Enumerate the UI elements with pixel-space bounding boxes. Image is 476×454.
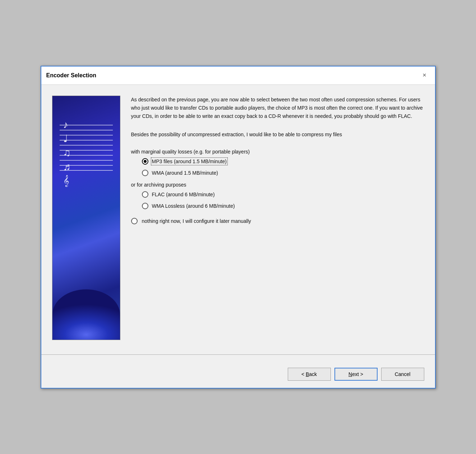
marginal-quality-radio-group: MP3 files (around 1.5 MB/minute) WMA (ar… <box>142 158 424 176</box>
flac-radio-item[interactable]: FLAC (around 6 MB/minute) <box>142 191 424 198</box>
back-underline-char: B <box>306 371 309 377</box>
window-title: Encoder Selection <box>46 72 97 79</box>
flac-radio-button[interactable] <box>142 191 148 198</box>
archiving-section: or for archiving purposes FLAC (around 6… <box>131 182 424 209</box>
footer-buttons: < Back Next > Cancel <box>41 362 435 388</box>
side-image: ♪♩♫♬𝄞 <box>52 96 120 340</box>
title-bar: Encoder Selection × <box>41 67 435 85</box>
wma-radio-button[interactable] <box>142 170 148 176</box>
next-button[interactable]: Next > <box>334 368 378 381</box>
wma-lossless-radio-label: WMA Lossless (around 6 MB/minute) <box>152 203 235 209</box>
next-underline-char: N <box>348 371 352 377</box>
close-button[interactable]: × <box>419 70 430 81</box>
marginal-quality-label: with marginal quality losses (e.g. for p… <box>131 149 424 155</box>
mp3-radio-item[interactable]: MP3 files (around 1.5 MB/minute) <box>142 158 424 165</box>
flac-radio-label: FLAC (around 6 MB/minute) <box>152 192 215 197</box>
marginal-quality-section: with marginal quality losses (e.g. for p… <box>131 149 424 176</box>
encoder-selection-window: Encoder Selection × ♪♩♫♬𝄞 A <box>41 66 436 389</box>
archiving-label: or for archiving purposes <box>131 182 424 188</box>
wma-lossless-radio-button[interactable] <box>142 203 148 209</box>
music-notes: ♪♩♫♬𝄞 <box>63 118 71 188</box>
mp3-radio-label: MP3 files (around 1.5 MB/minute) <box>152 159 227 164</box>
description-paragraph1: As described on the previous page, you a… <box>131 96 424 120</box>
cancel-button[interactable]: Cancel <box>381 368 424 381</box>
nothing-radio-item[interactable]: nothing right now, I will configure it l… <box>131 218 424 224</box>
content-area: ♪♩♫♬𝄞 As described on the previous page,… <box>41 85 435 347</box>
wma-radio-item[interactable]: WMA (around 1.5 MB/minute) <box>142 170 424 176</box>
description-paragraph2: Besides the possibility of uncompressed … <box>131 130 424 139</box>
nothing-radio-button[interactable] <box>131 218 138 224</box>
mp3-radio-button[interactable] <box>142 158 148 165</box>
wma-radio-label: WMA (around 1.5 MB/minute) <box>152 170 218 176</box>
nothing-radio-label: nothing right now, I will configure it l… <box>142 218 251 224</box>
back-button[interactable]: < Back <box>288 368 331 381</box>
archiving-radio-group: FLAC (around 6 MB/minute) WMA Lossless (… <box>142 191 424 209</box>
main-content: As described on the previous page, you a… <box>131 96 424 340</box>
wma-lossless-radio-item[interactable]: WMA Lossless (around 6 MB/minute) <box>142 203 424 209</box>
footer-divider <box>41 354 435 355</box>
